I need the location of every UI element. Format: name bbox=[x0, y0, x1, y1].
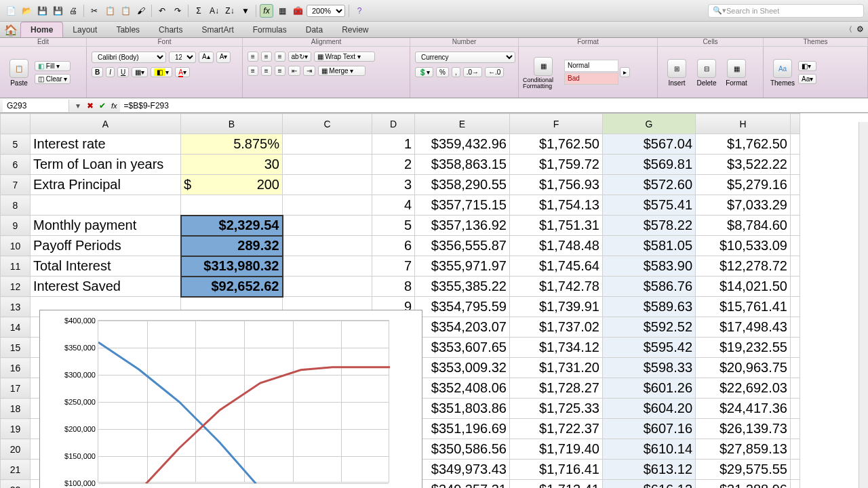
cell-H15[interactable]: $19,232.55 bbox=[696, 338, 791, 358]
col-header-A[interactable]: A bbox=[31, 114, 181, 134]
tab-home[interactable]: Home bbox=[20, 22, 63, 37]
cell-F12[interactable]: $1,742.78 bbox=[510, 277, 603, 297]
cell-E13[interactable]: $354,795.59 bbox=[415, 297, 510, 317]
cell-D8[interactable]: 4 bbox=[372, 195, 415, 216]
row-header-15[interactable]: 15 bbox=[1, 338, 31, 358]
shrink-font-button[interactable]: A▾ bbox=[216, 52, 231, 63]
cell-D12[interactable]: 8 bbox=[372, 277, 415, 297]
cell-A6[interactable]: Term of Loan in years bbox=[31, 155, 181, 175]
row-header-13[interactable]: 13 bbox=[1, 297, 31, 317]
cell-H18[interactable]: $24,417.36 bbox=[696, 399, 791, 419]
themes-button[interactable]: AaThemes bbox=[768, 48, 797, 96]
cell-E11[interactable]: $355,971.97 bbox=[415, 256, 510, 277]
cell-F5[interactable]: $1,762.50 bbox=[510, 134, 603, 155]
col-header-C[interactable]: C bbox=[283, 114, 372, 134]
cell-E21[interactable]: $349,973.43 bbox=[415, 460, 510, 480]
select-all-corner[interactable] bbox=[1, 114, 31, 134]
collapse-ribbon-icon[interactable]: 〈 bbox=[845, 24, 852, 35]
cell-H16[interactable]: $20,963.75 bbox=[696, 358, 791, 378]
cell-D7[interactable]: 3 bbox=[372, 175, 415, 195]
cell-H13[interactable]: $15,761.41 bbox=[696, 297, 791, 317]
col-header-B[interactable]: B bbox=[181, 114, 283, 134]
fill-button[interactable]: ◧ Fill ▾ bbox=[35, 61, 71, 71]
wrap-text-button[interactable]: ▦ Wrap Text ▾ bbox=[314, 52, 375, 62]
cell-C8[interactable] bbox=[283, 195, 372, 216]
cell-F6[interactable]: $1,759.72 bbox=[510, 155, 603, 175]
copy-icon[interactable]: 📋 bbox=[103, 4, 117, 18]
redo-icon[interactable]: ↷ bbox=[171, 4, 184, 18]
col-header-D[interactable]: D bbox=[372, 114, 415, 134]
cell-E10[interactable]: $356,555.87 bbox=[415, 236, 510, 256]
cell-H17[interactable]: $22,692.03 bbox=[696, 378, 791, 399]
cell-H19[interactable]: $26,139.73 bbox=[696, 419, 791, 439]
number-format-select[interactable]: Currency bbox=[415, 52, 515, 63]
spreadsheet-grid[interactable]: ABCDEFGH5Interest rate5.875%1$359,432.96… bbox=[0, 113, 868, 488]
row-header-5[interactable]: 5 bbox=[1, 134, 31, 155]
cell-G5[interactable]: $567.04 bbox=[603, 134, 696, 155]
cell-E19[interactable]: $351,196.69 bbox=[415, 419, 510, 439]
cell-F18[interactable]: $1,725.33 bbox=[510, 399, 603, 419]
cell-A7[interactable]: Extra Principal bbox=[31, 175, 181, 195]
theme-colors-button[interactable]: ◧▾ bbox=[798, 61, 816, 71]
cell-G7[interactable]: $572.60 bbox=[603, 175, 696, 195]
cell-E22[interactable]: $349,357.31 bbox=[415, 480, 510, 489]
row-header-18[interactable]: 18 bbox=[1, 399, 31, 419]
cell-G19[interactable]: $607.16 bbox=[603, 419, 696, 439]
paste-icon[interactable]: 📋 bbox=[119, 4, 132, 18]
cell-C5[interactable] bbox=[283, 134, 372, 155]
cell-B8[interactable] bbox=[181, 195, 283, 216]
cell-D6[interactable]: 2 bbox=[372, 155, 415, 175]
cell-F14[interactable]: $1,737.02 bbox=[510, 317, 603, 338]
cell-E8[interactable]: $357,715.15 bbox=[415, 195, 510, 216]
cell-C12[interactable] bbox=[283, 277, 372, 297]
cell-C11[interactable] bbox=[283, 256, 372, 277]
align-right-button[interactable]: ≡ bbox=[275, 66, 285, 76]
cell-A5[interactable]: Interest rate bbox=[31, 134, 181, 155]
formula-input[interactable]: =$B$9-F293 bbox=[120, 100, 868, 112]
col-header-E[interactable]: E bbox=[415, 114, 510, 134]
home-icon[interactable]: 🏠 bbox=[4, 24, 15, 35]
cell-F20[interactable]: $1,719.40 bbox=[510, 439, 603, 460]
cell-H5[interactable]: $1,762.50 bbox=[696, 134, 791, 155]
cell-H22[interactable]: $31,288.96 bbox=[696, 480, 791, 489]
reference-dropdown-icon[interactable]: ▾ bbox=[72, 101, 84, 110]
cell-F8[interactable]: $1,754.13 bbox=[510, 195, 603, 216]
cell-G16[interactable]: $598.33 bbox=[603, 358, 696, 378]
cell-E15[interactable]: $353,607.65 bbox=[415, 338, 510, 358]
cancel-formula-icon[interactable]: ✖ bbox=[84, 101, 96, 110]
cell-H20[interactable]: $27,859.13 bbox=[696, 439, 791, 460]
cell-G17[interactable]: $601.26 bbox=[603, 378, 696, 399]
new-file-icon[interactable]: 📄 bbox=[4, 4, 18, 18]
delete-cells-button[interactable]: ⊟Delete bbox=[692, 48, 722, 96]
save-icon[interactable]: 💾 bbox=[35, 4, 49, 18]
cell-D10[interactable]: 6 bbox=[372, 236, 415, 256]
cell-D9[interactable]: 5 bbox=[372, 216, 415, 236]
print-icon[interactable]: 🖨 bbox=[66, 4, 80, 18]
cell-G11[interactable]: $583.90 bbox=[603, 256, 696, 277]
cell-A12[interactable]: Interest Saved bbox=[31, 277, 181, 297]
col-header-G[interactable]: G bbox=[603, 114, 696, 134]
cell-B9[interactable]: $2,329.54 bbox=[181, 216, 283, 236]
col-header-F[interactable]: F bbox=[510, 114, 603, 134]
align-center-button[interactable]: ≡ bbox=[261, 66, 272, 76]
search-input[interactable]: 🔍▾ Search in Sheet bbox=[708, 4, 864, 18]
cell-E6[interactable]: $358,863.15 bbox=[415, 155, 510, 175]
accept-formula-icon[interactable]: ✔ bbox=[96, 101, 108, 110]
cell-E20[interactable]: $350,586.56 bbox=[415, 439, 510, 460]
cell-F15[interactable]: $1,734.12 bbox=[510, 338, 603, 358]
cell-B11[interactable]: $313,980.32 bbox=[181, 256, 283, 277]
cell-H7[interactable]: $5,279.16 bbox=[696, 175, 791, 195]
cell-C10[interactable] bbox=[283, 236, 372, 256]
cell-E17[interactable]: $352,408.06 bbox=[415, 378, 510, 399]
tab-data[interactable]: Data bbox=[296, 22, 332, 37]
sort-asc-icon[interactable]: A↓ bbox=[208, 4, 221, 18]
cell-B10[interactable]: 289.32 bbox=[181, 236, 283, 256]
cell-E12[interactable]: $355,385.22 bbox=[415, 277, 510, 297]
cell-G18[interactable]: $604.20 bbox=[603, 399, 696, 419]
cell-G10[interactable]: $581.05 bbox=[603, 236, 696, 256]
merge-button[interactable]: ▦ Merge ▾ bbox=[318, 66, 366, 76]
sort-desc-icon[interactable]: Z↓ bbox=[223, 4, 237, 18]
tab-tables[interactable]: Tables bbox=[106, 22, 149, 37]
increase-indent-button[interactable]: ⇥ bbox=[303, 66, 315, 76]
cell-H12[interactable]: $14,021.50 bbox=[696, 277, 791, 297]
